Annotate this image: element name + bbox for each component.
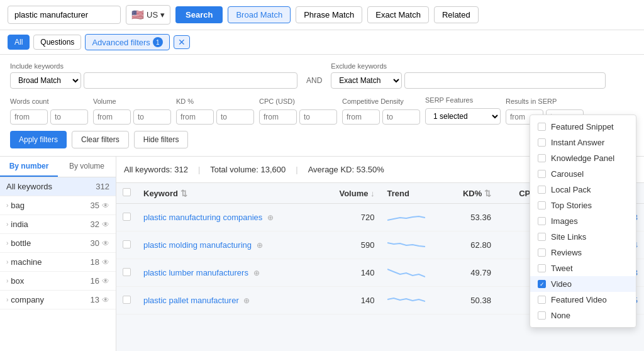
phrase-match-tab[interactable]: Phrase Match — [296, 6, 362, 23]
keyword-link[interactable]: plastic manufacturing companies — [143, 213, 262, 222]
serp-option-featured-video[interactable]: Featured Video — [530, 292, 636, 308]
serp-checkbox[interactable] — [538, 248, 546, 257]
serp-checkbox[interactable] — [538, 154, 546, 162]
exact-match-tab[interactable]: Exact Match — [367, 6, 429, 23]
comp-density-from[interactable] — [342, 109, 380, 125]
add-keyword-icon[interactable]: ⊕ — [253, 269, 260, 277]
serp-option-images[interactable]: Images — [530, 213, 636, 229]
tab-questions[interactable]: Questions — [33, 35, 81, 50]
eye-icon[interactable]: 👁 — [102, 239, 109, 248]
serp-option-label: Knowledge Panel — [551, 153, 614, 163]
search-input[interactable] — [8, 6, 121, 24]
serp-option-carousel[interactable]: Carousel — [530, 166, 636, 182]
chevron-right-icon: › — [6, 240, 8, 247]
country-selector[interactable]: 🇺🇸 US ▾ — [126, 5, 170, 25]
serp-checkbox[interactable] — [538, 264, 546, 272]
sidebar-bottle-count: 30 — [91, 238, 99, 248]
cpc-from[interactable] — [259, 109, 297, 125]
serp-option-featured-snippet[interactable]: Featured Snippet — [530, 119, 636, 135]
volume-cell: 720 — [319, 204, 380, 231]
words-count-to[interactable] — [50, 109, 88, 125]
eye-icon[interactable]: 👁 — [102, 220, 109, 229]
serp-checkbox-checked[interactable]: ✓ — [538, 280, 546, 288]
select-all-checkbox[interactable] — [123, 188, 131, 196]
sidebar-bottle-label: bottle — [11, 238, 31, 248]
tab-by-volume[interactable]: By volume — [58, 157, 116, 177]
sidebar-item-bag[interactable]: › bag 35 👁 — [0, 196, 116, 215]
eye-icon[interactable]: 👁 — [102, 258, 109, 267]
tab-by-number[interactable]: By number — [0, 157, 58, 177]
trend-header: Trend — [381, 183, 445, 204]
volume-to[interactable] — [133, 109, 171, 125]
serp-option-label: Carousel — [551, 169, 584, 179]
eye-icon[interactable]: 👁 — [102, 296, 109, 304]
tab-all[interactable]: All — [8, 35, 30, 50]
keyword-link[interactable]: plastic molding manufacturing — [143, 240, 252, 250]
keyword-header[interactable]: Keyword ⇅ — [137, 183, 319, 204]
search-button[interactable]: Search — [175, 6, 223, 23]
exclude-match-select[interactable]: Exact Match Broad Match Phrase Match — [331, 72, 402, 89]
volume-header[interactable]: Volume ↓ — [319, 183, 380, 204]
apply-filters-button[interactable]: Apply filters — [10, 131, 67, 148]
kd-to[interactable] — [216, 109, 254, 125]
clear-filters-button[interactable]: Clear filters — [72, 131, 129, 148]
broad-match-tab[interactable]: Broad Match — [228, 6, 291, 23]
exclude-keywords-label: Exclude keywords — [331, 62, 606, 70]
serp-checkbox[interactable] — [538, 201, 546, 209]
serp-option-video[interactable]: ✓ Video — [530, 276, 636, 292]
serp-features-select[interactable]: 1 selected — [425, 108, 501, 125]
serp-checkbox[interactable] — [538, 123, 546, 131]
cpc-to[interactable] — [299, 109, 337, 125]
kd-header[interactable]: KD% ⇅ — [445, 183, 497, 204]
serp-checkbox[interactable] — [538, 138, 546, 147]
close-filter-button[interactable]: ✕ — [174, 35, 190, 49]
add-keyword-icon[interactable]: ⊕ — [267, 213, 274, 222]
serp-option-knowledge-panel[interactable]: Knowledge Panel — [530, 150, 636, 166]
row-checkbox[interactable] — [123, 240, 131, 248]
comp-density-label: Competitive Density — [342, 98, 420, 105]
keyword-link[interactable]: plastic lumber manufacturers — [143, 268, 248, 277]
sort-icon: ⇅ — [484, 189, 491, 198]
include-keywords-input[interactable] — [84, 72, 297, 89]
row-checkbox[interactable] — [123, 268, 131, 276]
serp-option-none[interactable]: None — [530, 308, 636, 323]
sidebar-item-company[interactable]: › company 13 👁 — [0, 291, 116, 309]
sidebar-item-bottle[interactable]: › bottle 30 👁 — [0, 234, 116, 253]
serp-checkbox[interactable] — [538, 217, 546, 225]
sidebar-item-machine[interactable]: › machine 18 👁 — [0, 253, 116, 272]
add-keyword-icon[interactable]: ⊕ — [243, 296, 250, 305]
serp-option-instant-answer[interactable]: Instant Answer — [530, 135, 636, 150]
sidebar-item-box[interactable]: › box 16 👁 — [0, 272, 116, 291]
volume-from[interactable] — [93, 109, 131, 125]
include-match-select[interactable]: Broad Match Exact Match Phrase Match — [10, 72, 81, 89]
serp-checkbox[interactable] — [538, 233, 546, 241]
serp-option-local-pack[interactable]: Local Pack — [530, 182, 636, 198]
add-keyword-icon[interactable]: ⊕ — [257, 241, 263, 250]
exclude-keywords-input[interactable] — [404, 72, 606, 89]
sidebar-item-india[interactable]: › india 32 👁 — [0, 215, 116, 234]
serp-option-tweet[interactable]: Tweet — [530, 260, 636, 276]
sidebar-item-all-keywords[interactable]: All keywords 312 — [0, 177, 116, 196]
serp-option-top-stories[interactable]: Top Stories — [530, 198, 636, 213]
comp-density-to[interactable] — [382, 109, 420, 125]
serp-checkbox[interactable] — [538, 186, 546, 194]
related-tab[interactable]: Related — [434, 6, 479, 23]
sidebar-box-label: box — [11, 276, 24, 286]
serp-checkbox[interactable] — [538, 170, 546, 178]
serp-checkbox[interactable] — [538, 311, 546, 320]
eye-icon[interactable]: 👁 — [102, 277, 109, 286]
chevron-right-icon: › — [6, 259, 8, 265]
serp-checkbox[interactable] — [538, 296, 546, 304]
serp-option-site-links[interactable]: Site Links — [530, 229, 636, 245]
keyword-link[interactable]: plastic pallet manufacturer — [143, 296, 239, 305]
row-checkbox[interactable] — [123, 296, 131, 304]
hide-filters-button[interactable]: Hide filters — [134, 131, 189, 148]
trend-cell — [381, 287, 445, 315]
serp-option-reviews[interactable]: Reviews — [530, 245, 636, 260]
kd-from[interactable] — [176, 109, 214, 125]
eye-icon[interactable]: 👁 — [102, 201, 109, 210]
advanced-filters-button[interactable]: Advanced filters 1 — [85, 34, 170, 50]
words-count-from[interactable] — [10, 109, 48, 125]
volume-cell: 140 — [319, 259, 380, 287]
row-checkbox[interactable] — [123, 213, 131, 221]
